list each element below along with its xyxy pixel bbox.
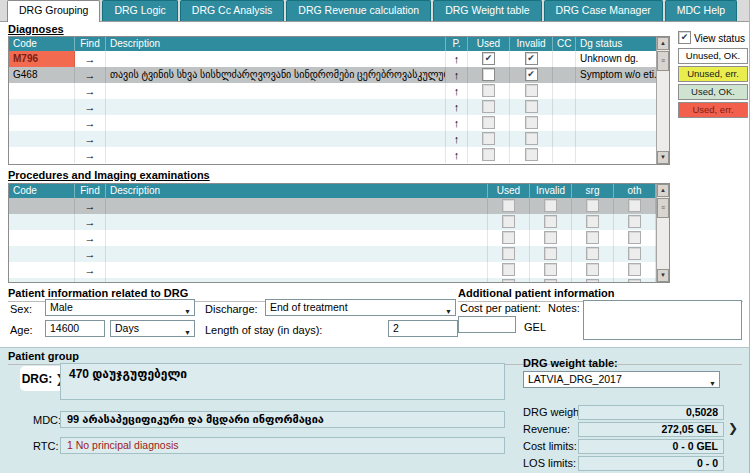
tab-drg-weight-table[interactable]: DRG Weight table (433, 0, 541, 21)
oth-checkbox[interactable] (628, 279, 641, 283)
invalid-checkbox[interactable] (544, 263, 557, 276)
table-row[interactable]: → (9, 214, 656, 230)
up-arrow-icon[interactable]: ↑ (454, 53, 460, 65)
find-arrow-icon[interactable]: → (85, 149, 96, 161)
column-header-description[interactable]: Description (106, 37, 446, 51)
find-arrow-icon[interactable]: → (85, 53, 96, 65)
find-arrow-icon[interactable]: → (85, 232, 96, 244)
column-header-p[interactable]: P. (446, 37, 468, 51)
column-header-used[interactable]: Used (488, 184, 530, 198)
used-checkbox[interactable] (502, 263, 515, 276)
invalid-checkbox[interactable] (544, 215, 557, 228)
up-arrow-icon[interactable]: ↑ (454, 149, 460, 161)
column-header-invalid[interactable]: Invalid (510, 37, 553, 51)
invalid-checkbox[interactable]: ✔ (525, 52, 538, 65)
invalid-checkbox[interactable]: ✔ (525, 68, 538, 81)
invalid-checkbox[interactable] (544, 279, 557, 283)
find-arrow-icon[interactable]: → (85, 248, 96, 260)
srg-checkbox[interactable] (586, 231, 599, 244)
find-arrow-icon[interactable]: → (85, 117, 96, 129)
table-row[interactable]: G468→თავის ტვინის სხვა სისხლძარღვოვანი ს… (9, 67, 656, 83)
used-checkbox[interactable] (482, 132, 495, 145)
oth-checkbox[interactable] (628, 215, 641, 228)
used-checkbox[interactable] (502, 231, 515, 244)
age-unit-select[interactable]: Days ▼ (110, 320, 195, 337)
invalid-checkbox[interactable] (525, 84, 538, 97)
invalid-checkbox[interactable] (525, 132, 538, 145)
table-row[interactable]: M796→↑✔✔Unknown dg. (9, 51, 656, 67)
column-header-description[interactable]: Description (106, 184, 488, 198)
used-checkbox[interactable] (482, 100, 495, 113)
column-header-code[interactable]: Code (9, 37, 75, 51)
scrollbar-thumb[interactable]: ≡ (657, 51, 669, 71)
table-row[interactable]: →↑ (9, 131, 656, 147)
procedures-scrollbar[interactable]: ▲ ≡ ▼ (656, 184, 669, 282)
chevron-right-icon[interactable]: ❯ (728, 421, 738, 435)
tab-drg-logic[interactable]: DRG Logic (102, 0, 177, 21)
up-arrow-icon[interactable]: ↑ (454, 69, 460, 81)
column-header-find[interactable]: Find (75, 37, 106, 51)
table-row[interactable]: → (9, 262, 656, 278)
scroll-up-icon[interactable]: ▲ (657, 184, 669, 197)
notes-textarea[interactable] (583, 300, 742, 340)
oth-checkbox[interactable] (628, 231, 641, 244)
invalid-checkbox[interactable] (525, 148, 538, 161)
used-checkbox[interactable] (502, 215, 515, 228)
up-arrow-icon[interactable]: ↑ (454, 133, 460, 145)
table-row[interactable]: →↑ (9, 83, 656, 99)
column-header-srg[interactable]: srg (572, 184, 614, 198)
used-checkbox[interactable] (482, 116, 495, 129)
tab-drg-cc-analysis[interactable]: DRG Cc Analysis (180, 0, 285, 21)
column-header-dg-status[interactable]: Dg status (576, 37, 656, 51)
used-checkbox[interactable] (482, 148, 495, 161)
sex-select[interactable]: Male ▼ (45, 299, 195, 316)
column-header-oth[interactable]: oth (614, 184, 656, 198)
view-status-checkbox[interactable]: ✔ (678, 31, 691, 44)
age-input[interactable]: 14600 (45, 320, 105, 337)
used-checkbox[interactable] (502, 247, 515, 260)
find-arrow-icon[interactable]: → (85, 216, 96, 228)
los-input[interactable]: 2 (388, 320, 458, 337)
find-arrow-icon[interactable]: → (85, 101, 96, 113)
invalid-checkbox[interactable] (544, 199, 557, 212)
column-header-find[interactable]: Find (75, 184, 106, 198)
scroll-up-icon[interactable]: ▲ (657, 37, 669, 50)
find-arrow-icon[interactable]: → (85, 200, 96, 212)
up-arrow-icon[interactable]: ↑ (454, 117, 460, 129)
srg-checkbox[interactable] (586, 215, 599, 228)
column-header-cc[interactable]: CC (553, 37, 576, 51)
used-checkbox[interactable] (482, 68, 495, 81)
discharge-select[interactable]: End of treatment ▼ (265, 299, 456, 316)
oth-checkbox[interactable] (628, 199, 641, 212)
column-header-code[interactable]: Code (9, 184, 75, 198)
invalid-checkbox[interactable] (544, 247, 557, 260)
find-arrow-icon[interactable]: → (85, 280, 96, 283)
table-row[interactable]: →↑ (9, 147, 656, 163)
oth-checkbox[interactable] (628, 263, 641, 276)
invalid-checkbox[interactable] (544, 231, 557, 244)
srg-checkbox[interactable] (586, 279, 599, 283)
table-row[interactable]: → (9, 246, 656, 262)
scroll-down-icon[interactable]: ▼ (657, 269, 669, 282)
srg-checkbox[interactable] (586, 247, 599, 260)
used-checkbox[interactable] (482, 84, 495, 97)
used-checkbox[interactable] (502, 279, 515, 283)
up-arrow-icon[interactable]: ↑ (454, 85, 460, 97)
table-row[interactable]: → (9, 278, 656, 283)
invalid-checkbox[interactable] (525, 116, 538, 129)
up-arrow-icon[interactable]: ↑ (454, 101, 460, 113)
cost-per-patient-input[interactable] (458, 316, 516, 333)
find-arrow-icon[interactable]: → (85, 133, 96, 145)
table-row[interactable]: → (9, 198, 656, 214)
srg-checkbox[interactable] (586, 199, 599, 212)
tab-drg-case-manager[interactable]: DRG Case Manager (544, 0, 663, 21)
invalid-checkbox[interactable] (525, 100, 538, 113)
table-row[interactable]: →↑ (9, 115, 656, 131)
scrollbar-thumb[interactable]: ≡ (657, 198, 669, 218)
column-header-used[interactable]: Used (468, 37, 510, 51)
tab-drg-grouping[interactable]: DRG Grouping (7, 0, 100, 22)
table-row[interactable]: → (9, 230, 656, 246)
find-arrow-icon[interactable]: → (85, 69, 96, 81)
tab-mdc-help[interactable]: MDC Help (665, 0, 737, 21)
srg-checkbox[interactable] (586, 263, 599, 276)
